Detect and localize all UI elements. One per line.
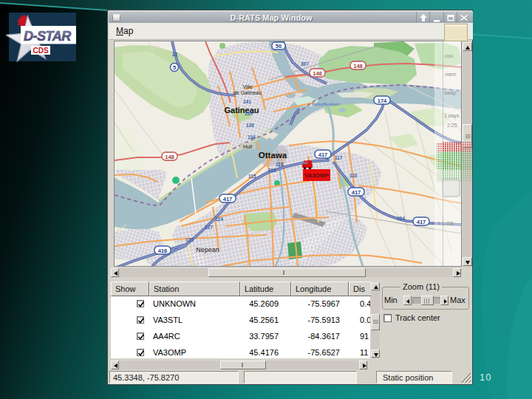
svg-text:134: 134	[248, 134, 256, 140]
svg-text:2:25: 2:25	[447, 123, 457, 128]
svg-text:148: 148	[313, 70, 322, 77]
svg-text:4 1 GB: 4 1 GB	[437, 221, 454, 226]
svg-text:110: 110	[349, 173, 358, 178]
svg-text:mem: mem	[445, 72, 457, 77]
svg-text:Nepean: Nepean	[196, 246, 219, 253]
svg-text:417: 417	[318, 151, 328, 158]
svg-text:1 days: 1 days	[444, 113, 460, 119]
svg-text:148: 148	[165, 154, 174, 160]
svg-text:CDS: CDS	[33, 47, 48, 55]
svg-text:Hull: Hull	[243, 144, 253, 149]
svg-text:148: 148	[353, 63, 363, 69]
svg-text:50: 50	[276, 43, 282, 50]
svg-text:117: 117	[335, 155, 343, 160]
svg-text:104: 104	[397, 216, 405, 221]
svg-text:Ville: Ville	[242, 84, 252, 89]
svg-text:cou: cou	[445, 53, 453, 58]
svg-text:118: 118	[276, 162, 284, 167]
svg-text:139: 139	[245, 111, 253, 116]
svg-text:D-STAR: D-STAR	[24, 29, 71, 44]
svg-text:124: 124	[215, 216, 223, 222]
svg-text:417: 417	[417, 219, 426, 225]
svg-text:5: 5	[173, 64, 176, 71]
svg-text:de Gatineau: de Gatineau	[233, 90, 262, 95]
svg-text:115: 115	[248, 174, 256, 179]
svg-text:417: 417	[352, 189, 361, 196]
svg-text:Ottawa: Ottawa	[259, 151, 287, 160]
svg-text:22: 22	[172, 52, 178, 57]
svg-text:307: 307	[301, 61, 309, 66]
svg-text:416: 416	[158, 248, 168, 254]
svg-text:141: 141	[243, 99, 251, 104]
svg-text:125: 125	[185, 237, 194, 242]
svg-text:Gatineau: Gatineau	[224, 106, 259, 115]
svg-text:136: 136	[246, 123, 254, 128]
svg-text:417: 417	[223, 196, 233, 202]
svg-text:VA3OMP: VA3OMP	[304, 172, 330, 179]
svg-text:swap: swap	[444, 90, 456, 96]
svg-text:Rockcliffe Airport: Rockcliffe Airport	[312, 102, 340, 106]
svg-text:174: 174	[378, 98, 387, 104]
svg-text:127: 127	[205, 225, 213, 230]
svg-text:119: 119	[268, 168, 276, 173]
